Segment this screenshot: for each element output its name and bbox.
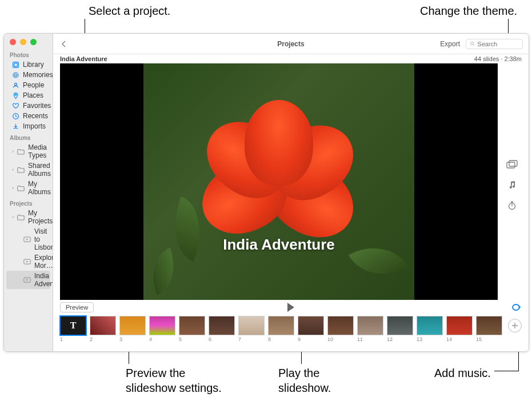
svg-point-5	[15, 94, 16, 95]
sidebar-item-label: Memories	[23, 71, 53, 79]
sidebar-project-exploring-mor[interactable]: Exploring Mor…	[4, 252, 53, 271]
thumb-number: 15	[476, 336, 502, 342]
chevron-right-icon: ›	[12, 167, 14, 173]
sidebar-project-visit-to-lisbon[interactable]: Visit to Lisbon	[4, 226, 53, 252]
folder-icon	[17, 185, 25, 192]
callout-add-music: Add music.	[434, 366, 491, 380]
callout-line	[494, 371, 518, 371]
thumbnail-11[interactable]: 11	[357, 316, 383, 342]
toolbar-title: Projects	[277, 40, 304, 48]
music-icon	[507, 181, 517, 190]
slideshow-icon	[23, 276, 31, 284]
chevron-right-icon: ›	[12, 149, 14, 154]
play-button[interactable]	[287, 303, 294, 312]
sidebar-item-imports[interactable]: Imports	[4, 121, 53, 131]
sidebar-item-my-projects[interactable]: › My Projects	[4, 208, 53, 226]
slideshow-icon	[23, 236, 31, 243]
close-window-button[interactable]	[10, 39, 16, 45]
sidebar-item-people[interactable]: People	[4, 80, 53, 90]
thumb-number: 2	[90, 336, 116, 342]
places-icon	[12, 92, 19, 99]
download-icon	[12, 123, 19, 130]
memories-icon	[12, 71, 19, 79]
app-window: Photos Library Memories People Places Fa…	[3, 33, 529, 352]
thumbnail-15[interactable]: 15	[476, 316, 502, 342]
thumbnail-12[interactable]: 12	[387, 316, 413, 342]
sidebar-item-label: Recents	[23, 112, 48, 120]
loop-button[interactable]	[510, 303, 522, 311]
sidebar-item-memories[interactable]: Memories	[4, 70, 53, 80]
sidebar-item-label: Shared Albums	[28, 162, 51, 178]
thumbnail-7[interactable]: 7	[238, 316, 265, 342]
thumbnail-2[interactable]: 2	[90, 316, 116, 342]
thumbnail-8[interactable]: 8	[268, 316, 294, 342]
loop-icon	[510, 303, 522, 311]
sidebar-item-label: My Albums	[28, 180, 51, 196]
toolbar: Projects Export	[53, 34, 529, 54]
add-photos-button[interactable]	[508, 319, 522, 332]
thumb-number: 14	[446, 336, 473, 342]
thumbnail-4[interactable]: 4	[149, 316, 175, 342]
thumbnail-10[interactable]: 10	[327, 316, 354, 342]
timer-icon	[507, 201, 517, 210]
project-info-label: 44 slides · 2:38m	[474, 55, 522, 62]
back-button[interactable]	[59, 39, 69, 49]
svg-point-4	[14, 83, 17, 85]
export-button[interactable]: Export	[440, 40, 460, 48]
thumbnail-3[interactable]: 3	[119, 316, 146, 342]
project-name-label: India Adventure	[60, 55, 107, 62]
thumb-number: 7	[238, 336, 265, 342]
main-content: Projects Export India Adventure 44 slide…	[53, 34, 529, 351]
thumb-number: 9	[298, 336, 324, 342]
svg-point-2	[13, 73, 18, 78]
playback-controls: Preview	[53, 300, 529, 315]
sidebar-item-label: Exploring Mor…	[34, 254, 53, 270]
sidebar-section-projects: Projects	[4, 197, 53, 208]
sidebar-item-my-albums[interactable]: › My Albums	[4, 179, 53, 197]
sidebar-item-recents[interactable]: Recents	[4, 111, 53, 121]
search-field[interactable]	[466, 39, 523, 49]
thumbnail-14[interactable]: 14	[446, 316, 473, 342]
thumbnail-5[interactable]: 5	[179, 316, 205, 342]
svg-rect-12	[509, 161, 517, 166]
thumbnail-1[interactable]: T1	[60, 316, 86, 342]
thumb-number: 6	[209, 336, 235, 342]
thumbnail-9[interactable]: 9	[298, 316, 324, 342]
search-input[interactable]	[477, 41, 519, 47]
thumb-number: 1	[60, 336, 86, 342]
sidebar-item-library[interactable]: Library	[4, 59, 53, 70]
thumb-number: 10	[327, 336, 354, 342]
thumbnail-13[interactable]: 13	[417, 316, 443, 342]
sidebar-item-favorites[interactable]: Favorites	[4, 101, 53, 111]
thumb-number: 5	[179, 336, 205, 342]
slide-title-overlay: India Adventure	[223, 236, 335, 254]
folder-icon	[17, 166, 25, 174]
slideshow-stage[interactable]: India Adventure	[60, 63, 498, 300]
duration-button[interactable]	[506, 201, 518, 211]
callout-play-slideshow: Play the slideshow.	[278, 366, 331, 395]
callout-preview-settings: Preview the slideshow settings.	[126, 366, 222, 395]
callout-select-project: Select a project.	[89, 3, 170, 18]
zoom-window-button[interactable]	[30, 39, 37, 45]
minimize-window-button[interactable]	[20, 39, 26, 45]
people-icon	[12, 82, 19, 89]
music-button[interactable]	[506, 180, 518, 190]
folder-icon	[17, 148, 25, 155]
sidebar-item-media-types[interactable]: › Media Types	[4, 142, 53, 161]
thumb-number: 12	[387, 336, 413, 342]
sidebar-item-shared-albums[interactable]: › Shared Albums	[4, 161, 53, 179]
project-subheader: India Adventure 44 slides · 2:38m	[53, 54, 529, 63]
thumbnail-6[interactable]: 6	[209, 316, 235, 342]
preview-button[interactable]: Preview	[60, 302, 94, 312]
sidebar-item-label: India Adventure	[34, 272, 53, 288]
sidebar-project-india-adventure[interactable]: India Adventure	[6, 271, 50, 289]
sidebar-item-places[interactable]: Places	[4, 90, 53, 101]
sidebar-section-photos: Photos	[4, 49, 53, 59]
sidebar-item-label: Media Types	[28, 143, 47, 159]
slide-photo: India Adventure	[143, 63, 415, 300]
thumbnail-strip[interactable]: T1 2 3 4 5 6 7 8 9 10 11 12 13 14 15	[53, 315, 529, 351]
svg-rect-1	[14, 63, 18, 66]
svg-point-10	[470, 42, 473, 45]
folder-icon	[17, 214, 25, 221]
theme-button[interactable]	[506, 159, 518, 170]
